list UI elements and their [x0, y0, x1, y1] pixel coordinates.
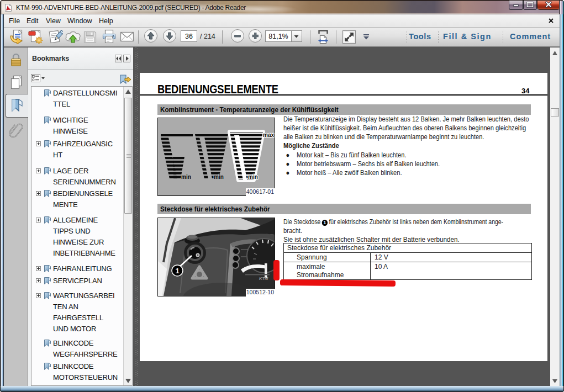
svg-text:min: min: [214, 174, 224, 180]
svg-text:max: max: [263, 132, 274, 138]
svg-text:1: 1: [175, 267, 179, 275]
svg-text:min: min: [181, 174, 191, 180]
svg-text:min: min: [248, 174, 258, 180]
svg-text:KTM: KTM: [259, 276, 268, 281]
